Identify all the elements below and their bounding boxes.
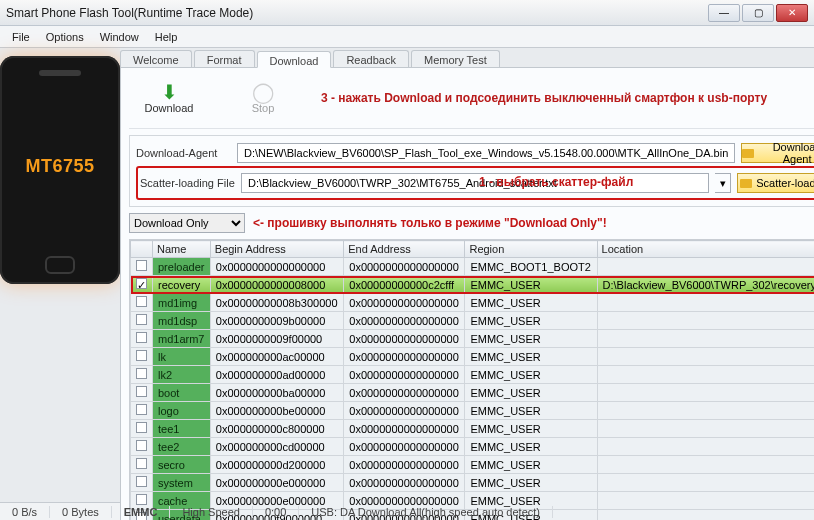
titlebar: Smart Phone Flash Tool(Runtime Trace Mod… xyxy=(0,0,814,26)
table-row[interactable]: md1arm70x0000000009f000000x0000000000000… xyxy=(131,330,815,348)
close-button[interactable]: ✕ xyxy=(776,4,808,22)
table-row[interactable]: ✓recovery0x00000000000080000x00000000000… xyxy=(131,276,815,294)
col-Begin Address[interactable]: Begin Address xyxy=(210,241,343,258)
tabs: WelcomeFormatDownloadReadbackMemory Test xyxy=(120,50,814,67)
tab-download[interactable]: Download xyxy=(257,51,332,68)
row-checkbox[interactable] xyxy=(136,350,147,361)
row-checkbox[interactable] xyxy=(136,314,147,325)
table-header-row: NameBegin AddressEnd AddressRegionLocati… xyxy=(131,241,815,258)
scatter-label: Scatter-loading File xyxy=(140,177,235,189)
cell-region: EMMC_USER xyxy=(465,402,597,420)
annotation-step3: 3 - нажать Download и подсоединить выклю… xyxy=(321,91,767,105)
menu-file[interactable]: File xyxy=(4,29,38,45)
maximize-button[interactable]: ▢ xyxy=(742,4,774,22)
download-agent-input[interactable]: D:\NEW\Blackview_BV6000\SP_Flash_Tool_ex… xyxy=(237,143,735,163)
cell-region: EMMC_USER xyxy=(465,348,597,366)
col-Region[interactable]: Region xyxy=(465,241,597,258)
cell-region: EMMC_USER xyxy=(465,420,597,438)
cell-name: md1arm7 xyxy=(153,330,211,348)
table-row[interactable]: boot0x000000000ba000000x0000000000000000… xyxy=(131,384,815,402)
partition-table[interactable]: NameBegin AddressEnd AddressRegionLocati… xyxy=(129,239,814,520)
scatter-loading-button[interactable]: Scatter-loading xyxy=(737,173,814,193)
status-cell: High Speed xyxy=(170,506,253,518)
cell-end: 0x0000000000000000 xyxy=(344,420,465,438)
row-checkbox[interactable] xyxy=(136,440,147,451)
row-checkbox[interactable]: ✓ xyxy=(136,278,147,289)
tab-readback[interactable]: Readback xyxy=(333,50,409,67)
table-row[interactable]: md1img0x00000000008b3000000x000000000000… xyxy=(131,294,815,312)
row-checkbox[interactable] xyxy=(136,386,147,397)
row-checkbox[interactable] xyxy=(136,368,147,379)
stop-button[interactable]: ◯ Stop xyxy=(227,76,299,120)
annotation-mode: <- прошивку выполнять только в режиме "D… xyxy=(253,216,607,230)
cell-region: EMMC_USER xyxy=(465,384,597,402)
cell-name: boot xyxy=(153,384,211,402)
row-checkbox[interactable] xyxy=(136,458,147,469)
cell-begin: 0x000000000c800000 xyxy=(210,420,343,438)
download-arrow-icon: ⬇ xyxy=(161,82,178,102)
menu-window[interactable]: Window xyxy=(92,29,147,45)
cell-begin: 0x000000000ba00000 xyxy=(210,384,343,402)
tab-welcome[interactable]: Welcome xyxy=(120,50,192,67)
scatter-input[interactable]: D:\Blackview_BV6000\TWRP_302\MT6755_Andr… xyxy=(241,173,709,193)
cell-loc xyxy=(597,348,814,366)
minimize-button[interactable]: — xyxy=(708,4,740,22)
cell-loc xyxy=(597,474,814,492)
tab-format[interactable]: Format xyxy=(194,50,255,67)
col-check[interactable] xyxy=(131,241,153,258)
mode-select[interactable]: Download Only xyxy=(129,213,245,233)
chip-label: MT6755 xyxy=(25,156,94,177)
cell-end: 0x0000000000000000 xyxy=(344,348,465,366)
cell-name: preloader xyxy=(153,258,211,276)
col-Name[interactable]: Name xyxy=(153,241,211,258)
row-checkbox[interactable] xyxy=(136,494,147,505)
cell-region: EMMC_USER xyxy=(465,474,597,492)
cell-name: tee2 xyxy=(153,438,211,456)
cell-name: md1img xyxy=(153,294,211,312)
row-checkbox[interactable] xyxy=(136,296,147,307)
cell-begin: 0x0000000000000000 xyxy=(210,258,343,276)
cell-name: secro xyxy=(153,456,211,474)
download-agent-button[interactable]: Download Agent xyxy=(741,143,814,163)
table-row[interactable]: system0x000000000e0000000x00000000000000… xyxy=(131,474,815,492)
table-row[interactable]: lk20x000000000ad000000x0000000000000000E… xyxy=(131,366,815,384)
cell-end: 0x0000000000000000 xyxy=(344,366,465,384)
table-row[interactable]: tee10x000000000c8000000x0000000000000000… xyxy=(131,420,815,438)
row-checkbox[interactable] xyxy=(136,476,147,487)
cell-begin: 0x000000000cd00000 xyxy=(210,438,343,456)
cell-region: EMMC_USER xyxy=(465,276,597,294)
cell-region: EMMC_USER xyxy=(465,366,597,384)
cell-loc xyxy=(597,312,814,330)
cell-loc xyxy=(597,366,814,384)
col-Location[interactable]: Location xyxy=(597,241,814,258)
scatter-dropdown-icon[interactable]: ▾ xyxy=(715,173,731,193)
cell-end: 0x0000000000000000 xyxy=(344,312,465,330)
row-checkbox[interactable] xyxy=(136,260,147,271)
table-row[interactable]: lk0x000000000ac000000x0000000000000000EM… xyxy=(131,348,815,366)
menu-help[interactable]: Help xyxy=(147,29,186,45)
cell-end: 0x00000000000c2cfff xyxy=(344,276,465,294)
scatter-loading-button-label: Scatter-loading xyxy=(756,177,814,189)
folder-icon xyxy=(740,179,752,188)
download-button[interactable]: ⬇ Download xyxy=(133,76,205,120)
row-checkbox[interactable] xyxy=(136,404,147,415)
cell-begin: 0x000000000e000000 xyxy=(210,474,343,492)
table-row[interactable]: tee20x000000000cd000000x0000000000000000… xyxy=(131,438,815,456)
folder-icon xyxy=(742,149,754,158)
cell-loc xyxy=(597,420,814,438)
col-End Address[interactable]: End Address xyxy=(344,241,465,258)
menu-options[interactable]: Options xyxy=(38,29,92,45)
table-row[interactable]: md1dsp0x0000000009b000000x00000000000000… xyxy=(131,312,815,330)
row-checkbox[interactable] xyxy=(136,422,147,433)
cell-region: EMMC_USER xyxy=(465,312,597,330)
table-row[interactable]: secro0x000000000d2000000x000000000000000… xyxy=(131,456,815,474)
table-row[interactable]: logo0x000000000be000000x0000000000000000… xyxy=(131,402,815,420)
table-row[interactable]: preloader0x00000000000000000x00000000000… xyxy=(131,258,815,276)
cell-loc: D:\Blackview_BV6000\TWRP_302\recovery.im… xyxy=(597,276,814,294)
cell-name: system xyxy=(153,474,211,492)
tab-memory-test[interactable]: Memory Test xyxy=(411,50,500,67)
cell-region: EMMC_USER xyxy=(465,438,597,456)
cell-region: EMMC_USER xyxy=(465,294,597,312)
cell-loc xyxy=(597,510,814,521)
row-checkbox[interactable] xyxy=(136,332,147,343)
